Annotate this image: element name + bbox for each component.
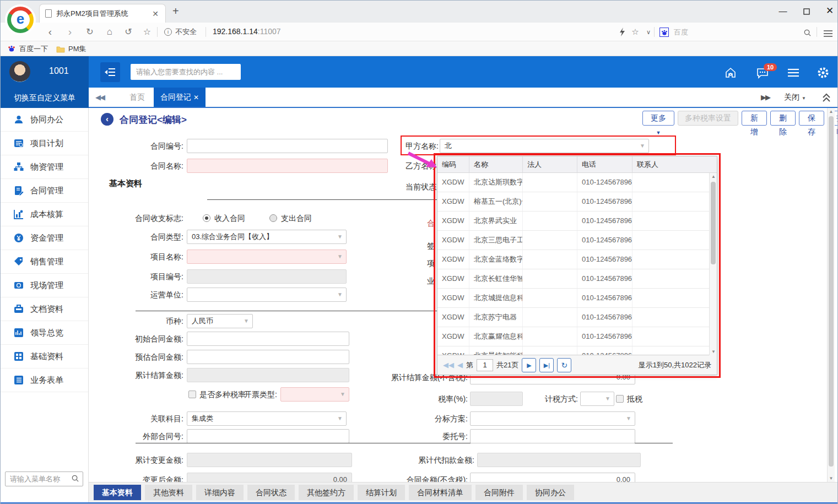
table-row[interactable]: XGDW榕基五一(北京)信010-124567896 <box>437 192 717 212</box>
sidebar-item-overview[interactable]: 领导总览 <box>1 321 88 345</box>
tab-settlement-plan[interactable]: 结算计划 <box>358 485 405 500</box>
init-amount-input[interactable] <box>187 332 349 346</box>
browser-tab[interactable]: 邦永PM2项目管理系统 ✕ <box>39 4 166 23</box>
table-row[interactable]: XGDW北京金蓝络数字科010-124567896 <box>437 250 717 269</box>
tab-contract-register[interactable]: 合同登记 ✕ <box>154 88 206 107</box>
apps-menu-icon[interactable] <box>786 66 801 80</box>
col-contact[interactable]: 联系人 <box>632 156 717 172</box>
multi-tax-checkbox[interactable] <box>188 391 196 398</box>
new-tab-button[interactable]: + <box>172 5 179 18</box>
close-tabs-dropdown[interactable]: 关闭 ▼ <box>784 93 806 102</box>
scrollbar-thumb[interactable] <box>711 182 716 264</box>
sidebar-item-sales[interactable]: 销售管理 <box>1 250 88 274</box>
sidebar-item-basedata[interactable]: 基础资料 <box>1 345 88 368</box>
invoice-type-select[interactable]: ▼ <box>280 387 349 402</box>
table-row[interactable]: XGDW北京三思电子工程010-124567896 <box>437 231 717 250</box>
delete-button[interactable]: 删除 <box>770 111 796 126</box>
bookmark-baidu[interactable]: 百度一下 <box>19 44 48 54</box>
tab-material-list[interactable]: 合同材料清单 <box>409 485 472 500</box>
currency-select[interactable]: 人民币▼ <box>187 314 253 328</box>
tax-deduct-checkbox[interactable] <box>616 395 624 403</box>
sidebar-item-forms[interactable]: 业务表单 <box>1 368 88 392</box>
sidebar-item-documents[interactable]: 文档资料 <box>1 297 88 321</box>
est-amount-input[interactable] <box>187 350 349 364</box>
global-search-input[interactable] <box>131 64 241 80</box>
user-block[interactable]: 1001 <box>1 56 89 88</box>
scrollbar-thumb[interactable] <box>829 116 834 467</box>
tabs-scroll-right-icon[interactable]: ▶▶ <box>761 93 770 101</box>
table-row[interactable]: XGDW北京长虹佳华智能010-124567896 <box>437 269 717 289</box>
favorite-star-icon[interactable]: ☆ <box>629 25 642 39</box>
scroll-down-icon[interactable]: ▼ <box>710 349 717 354</box>
security-info-icon[interactable]: i <box>164 28 172 36</box>
first-page-icon[interactable]: ◀◀ <box>443 361 454 369</box>
tabs-scroll-left-icon[interactable]: ◀◀ <box>95 93 104 101</box>
sidebar-item-cost[interactable]: 成本核算 <box>1 203 88 226</box>
chevron-down-icon[interactable]: ∨ <box>642 25 655 39</box>
tab-close-icon[interactable]: ✕ <box>193 94 199 101</box>
related-subject-select[interactable]: 集成类▼ <box>187 411 347 426</box>
col-phone[interactable]: 电话 <box>577 156 632 172</box>
page-number-input[interactable]: 1 <box>477 359 493 371</box>
table-row[interactable]: XGDW北京城提信息科技010-124567896 <box>437 289 717 308</box>
forward-icon[interactable]: › <box>63 25 77 39</box>
sidebar-item-contracts[interactable]: 合同管理 <box>1 179 88 203</box>
sidebar-item-funds[interactable]: 资金管理 <box>1 226 88 250</box>
col-legal[interactable]: 法人 <box>523 156 577 172</box>
search-icon[interactable] <box>801 26 814 41</box>
project-name-select[interactable]: ▼ <box>187 250 347 264</box>
tab-home[interactable]: 首页 <box>121 88 154 107</box>
security-label[interactable]: 不安全 <box>175 27 197 37</box>
main-scrollbar[interactable]: ▲ ▼ <box>827 108 835 482</box>
sidebar-item-plan[interactable]: 项目计划 <box>1 132 88 155</box>
external-no-input[interactable] <box>187 429 349 443</box>
last-page-button[interactable]: ▶| <box>539 358 554 372</box>
back-button[interactable]: ‹ <box>101 113 113 126</box>
tab-contract-status[interactable]: 合同状态 <box>247 485 295 500</box>
split-plan-select[interactable]: ▼ <box>470 411 635 426</box>
tax-deduct-label[interactable]: 抵税 <box>627 392 642 406</box>
home-portal-icon[interactable] <box>723 66 738 80</box>
amount-notax-input[interactable]: 0.00 <box>470 473 635 482</box>
prev-page-icon[interactable]: ◀ <box>457 361 463 369</box>
col-code[interactable]: 编码 <box>437 156 469 172</box>
undo-icon[interactable]: ↺ <box>122 25 135 39</box>
more-button[interactable]: 更多▼ <box>642 111 674 126</box>
table-row[interactable]: XGDW北京晨统智能科技010-124567896 <box>437 346 717 355</box>
table-row[interactable]: XGDW北京苏宁电器010-124567896 <box>437 308 717 327</box>
browser-logo-icon[interactable]: e <box>7 7 34 33</box>
sidebar-item-materials[interactable]: 物资管理 <box>1 155 88 179</box>
scroll-down-icon[interactable]: ▼ <box>828 476 835 481</box>
menu-toggle-button[interactable] <box>100 62 120 82</box>
party-a-input[interactable]: 北▼ <box>440 139 649 153</box>
maximize-button[interactable] <box>798 5 815 18</box>
menu-switch-button[interactable]: 切换至自定义菜单 <box>1 88 89 108</box>
tab-other-signers[interactable]: 其他签约方 <box>299 485 354 500</box>
bookmark-pm[interactable]: PM集 <box>68 44 86 54</box>
tab-other-data[interactable]: 其他资料 <box>145 485 192 500</box>
collapse-up-icon[interactable] <box>821 92 831 105</box>
home-icon[interactable]: ⌂ <box>103 25 116 39</box>
save-button[interactable]: 保存 <box>799 111 824 126</box>
scroll-up-icon[interactable]: ▲ <box>828 109 835 114</box>
add-button[interactable]: 新增 <box>742 111 767 126</box>
table-row[interactable]: XGDW北京赢耀信息科技010-124567896 <box>437 327 717 346</box>
expense-radio-label[interactable]: 支出合同 <box>281 211 312 225</box>
menu-search-icon[interactable] <box>71 474 79 485</box>
tax-method-select[interactable]: ▼ <box>580 392 614 406</box>
settings-gear-icon[interactable] <box>816 66 830 80</box>
baidu-search-hint[interactable]: 百度 <box>674 28 688 37</box>
op-unit-select[interactable]: ▼ <box>187 288 347 302</box>
entrust-no-input[interactable] <box>470 429 635 443</box>
bookmark-star-icon[interactable]: ☆ <box>140 25 154 39</box>
tab-close-icon[interactable]: ✕ <box>151 9 160 18</box>
avatar[interactable] <box>9 61 30 82</box>
popup-scrollbar[interactable]: ▲ ▼ <box>709 173 717 355</box>
income-radio-label[interactable]: 收入合同 <box>214 211 245 225</box>
col-name[interactable]: 名称 <box>469 156 523 172</box>
tab-detail-content[interactable]: 详细内容 <box>196 485 244 500</box>
sidebar-item-site[interactable]: 现场管理 <box>1 274 88 297</box>
tab-collab[interactable]: 协同办公 <box>527 485 574 500</box>
close-button[interactable]: ✕ <box>821 5 838 18</box>
tab-basic-data[interactable]: 基本资料 <box>94 485 141 500</box>
